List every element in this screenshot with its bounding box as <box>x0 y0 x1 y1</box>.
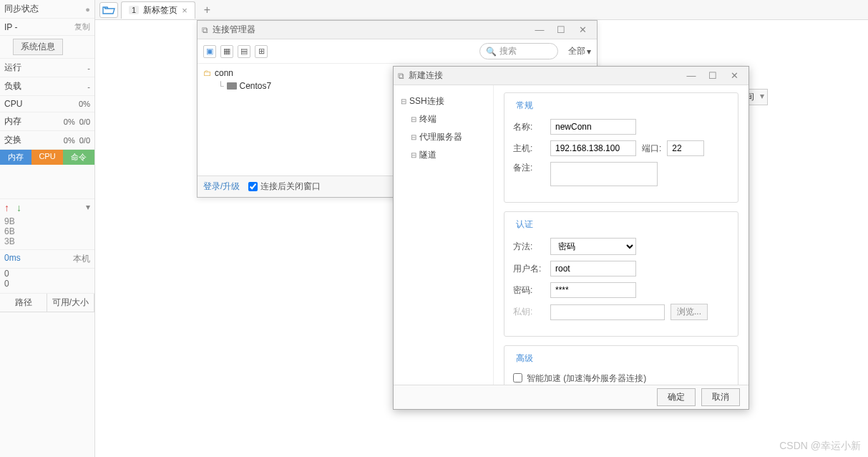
grid-view-icon[interactable]: ⊞ <box>255 45 268 58</box>
mini-chart <box>0 165 94 199</box>
host-icon <box>227 82 237 90</box>
sysinfo-button[interactable]: 系统信息 <box>13 39 63 55</box>
close-after-connect-input[interactable] <box>248 182 258 191</box>
close-button[interactable]: ✕ <box>572 23 593 37</box>
search-input[interactable]: 🔍 搜索 <box>479 43 558 59</box>
latency-host: 本机 <box>73 253 90 265</box>
swap-val2: 0/0 <box>79 136 90 145</box>
group-advanced: 高级 智能加速 (加速海外服务器连接) 启用Exec Channel(若连接上就… <box>504 345 738 385</box>
arrow-down-icon: ↓ <box>16 202 21 213</box>
arrow-row: ↑ ↓ ▾ <box>0 199 94 216</box>
tab-cpu[interactable]: CPU <box>31 150 63 165</box>
user-label: 用户名: <box>513 263 545 275</box>
window-icon: ⧉ <box>202 25 208 35</box>
ip-row: IP - 复制 <box>0 19 94 36</box>
list-view-icon[interactable]: ▤ <box>238 45 250 58</box>
new-conn-titlebar[interactable]: ⧉ 新建连接 — ☐ ✕ <box>394 67 748 85</box>
latency-v0a: 0 <box>4 269 90 279</box>
tab-new[interactable]: 1 新标签页 × <box>121 1 195 19</box>
load-label: 负载 <box>4 80 87 92</box>
sync-status-label: 同步状态 <box>4 3 85 15</box>
method-select[interactable]: 密码 <box>550 238 636 255</box>
legend-advanced: 高级 <box>513 352 536 365</box>
smart-accel-input[interactable] <box>513 373 522 383</box>
user-input[interactable] <box>550 261 636 276</box>
conn-mgr-title: 连接管理器 <box>213 24 530 36</box>
mem-val: 0% <box>64 117 75 126</box>
cancel-button[interactable]: 取消 <box>701 388 740 406</box>
main-area: 1 新标签页 × + 排序 访问时间 ⧉ 连接管理器 — ☐ ✕ ▣ ▦ ▤ ⊞ <box>95 0 868 457</box>
browse-button: 浏览... <box>670 304 708 320</box>
chevron-down-icon: ▾ <box>587 47 591 57</box>
new-conn-icon[interactable]: ▣ <box>203 45 216 58</box>
tab-cmd[interactable]: 命令 <box>63 150 94 165</box>
arrow-up-icon: ↑ <box>4 202 9 213</box>
filter-dropdown[interactable]: 全部 ▾ <box>568 45 591 57</box>
maximize-button[interactable]: ☐ <box>551 23 571 37</box>
ok-button[interactable]: 确定 <box>657 388 696 406</box>
tabbar: 1 新标签页 × + <box>95 0 868 20</box>
tab-number: 1 <box>129 6 139 14</box>
password-label: 密码: <box>513 284 545 297</box>
add-tab-button[interactable]: + <box>198 4 216 16</box>
open-folder-button[interactable] <box>99 2 118 18</box>
minimize-button[interactable]: — <box>530 23 550 37</box>
mini-tabs: 内存 CPU 命令 <box>0 150 94 165</box>
swap-val: 0% <box>64 136 75 145</box>
copy-link[interactable]: 复制 <box>74 21 90 32</box>
close-after-connect-label: 连接后关闭窗口 <box>260 181 321 193</box>
latency-row: 0ms 本机 <box>0 250 94 269</box>
side-proxy[interactable]: ⊟代理服务器 <box>399 128 487 146</box>
method-label: 方法: <box>513 241 545 253</box>
window-icon: ⧉ <box>398 71 404 81</box>
new-folder-icon[interactable]: ▦ <box>220 45 233 58</box>
privatekey-input <box>550 304 665 320</box>
left-sidebar: 同步状态 ● IP - 复制 系统信息 运行- 负载- CPU0% 内存0%0/… <box>0 0 95 457</box>
mem-label: 内存 <box>4 115 64 128</box>
load-val: - <box>87 82 90 91</box>
password-input[interactable] <box>550 282 636 298</box>
new-connection-dialog: ⧉ 新建连接 — ☐ ✕ ⊟SSH连接 ⊟终端 ⊟代理服务器 ⊟隧道 常规 名称… <box>393 66 749 410</box>
host-input[interactable] <box>550 140 636 156</box>
name-input[interactable] <box>550 119 636 135</box>
folder-open-icon <box>102 5 115 15</box>
filter-label: 全部 <box>568 45 585 57</box>
cpu-label: CPU <box>4 99 79 109</box>
conn-mgr-titlebar[interactable]: ⧉ 连接管理器 — ☐ ✕ <box>198 21 597 39</box>
group-auth: 认证 方法: 密码 用户名: 密码: 私钥: <box>504 211 738 337</box>
cpu-val: 0% <box>79 100 90 108</box>
name-label: 名称: <box>513 121 545 133</box>
close-button[interactable]: ✕ <box>724 69 744 83</box>
sync-status-row: 同步状态 ● <box>0 0 94 19</box>
bottom-tabs: 路径 可用/大小 <box>0 294 94 312</box>
side-ssh[interactable]: ⊟SSH连接 <box>399 92 487 110</box>
note-input[interactable] <box>550 162 658 186</box>
minimize-button[interactable]: — <box>681 69 701 83</box>
tab-path[interactable]: 路径 <box>0 294 47 312</box>
smart-accel-checkbox[interactable]: 智能加速 (加速海外服务器连接) <box>513 372 729 385</box>
folder-icon: 🗀 <box>203 68 212 78</box>
login-upgrade-link[interactable]: 登录/升级 <box>203 181 240 193</box>
close-after-connect-checkbox[interactable]: 连接后关闭窗口 <box>248 181 321 193</box>
swap-label: 交换 <box>4 134 64 146</box>
new-conn-sidebar: ⊟SSH连接 ⊟终端 ⊟代理服务器 ⊟隧道 <box>394 85 494 385</box>
side-terminal[interactable]: ⊟终端 <box>399 110 487 128</box>
mem-val2: 0/0 <box>79 117 90 126</box>
host-label: 主机: <box>513 143 545 155</box>
side-tunnel[interactable]: ⊟隧道 <box>399 146 487 164</box>
run-val: - <box>87 64 90 72</box>
note-label: 备注: <box>513 162 545 174</box>
tab-close-icon[interactable]: × <box>182 5 187 16</box>
watermark: CSDN @幸运小新 <box>779 440 861 453</box>
maximize-button[interactable]: ☐ <box>703 69 723 83</box>
tab-mem[interactable]: 内存 <box>0 150 31 165</box>
latency-v0b: 0 <box>4 279 90 289</box>
privatekey-label: 私钥: <box>513 306 545 318</box>
sync-status-dot: ● <box>85 5 90 14</box>
ytick-9b: 9B <box>4 216 90 226</box>
conn-mgr-toolbar: ▣ ▦ ▤ ⊞ 🔍 搜索 全部 ▾ <box>198 39 597 64</box>
ytick-6b: 6B <box>4 226 90 236</box>
port-input[interactable] <box>667 140 704 156</box>
port-label: 端口: <box>642 143 661 155</box>
tab-available[interactable]: 可用/大小 <box>47 294 94 312</box>
